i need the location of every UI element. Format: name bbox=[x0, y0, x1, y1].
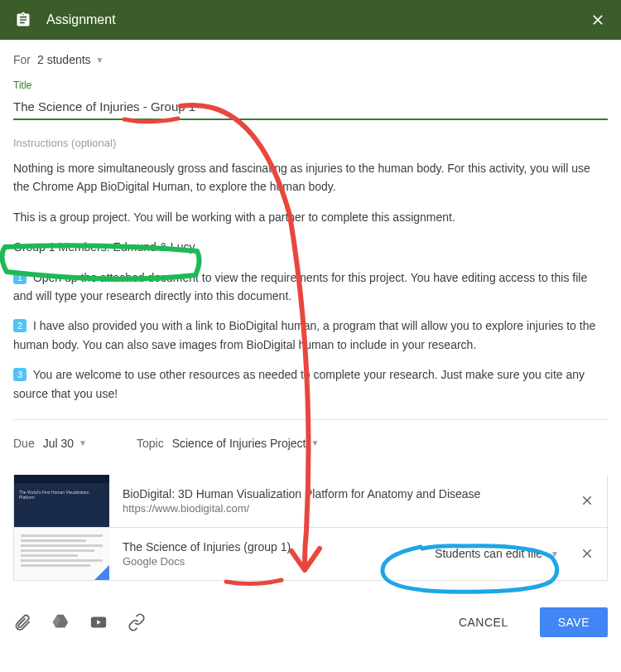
attachment-type: Google Docs bbox=[123, 555, 421, 568]
save-button[interactable]: SAVE bbox=[540, 607, 608, 637]
chevron-down-icon: ▼ bbox=[551, 549, 559, 558]
permission-value: Students can edit file bbox=[435, 547, 542, 560]
drive-icon[interactable] bbox=[51, 613, 70, 631]
svg-text:2: 2 bbox=[17, 321, 22, 331]
title-label: Title bbox=[13, 80, 608, 91]
meta-row: Due Jul 30 ▼ Topic Science of Injuries P… bbox=[13, 437, 608, 450]
instructions-p3: Group 1 Members: Edmund & Lucy bbox=[13, 238, 608, 256]
attachment-link: The World's First Human VisualizationPla… bbox=[13, 475, 608, 528]
attachment-info[interactable]: BioDigital: 3D Human Visualization Platf… bbox=[109, 487, 567, 515]
for-label: For bbox=[13, 53, 31, 66]
topic-label: Topic bbox=[137, 437, 164, 450]
due-value: Jul 30 bbox=[43, 437, 74, 450]
attachment-doc: The Science of Injuries (group 1) Google… bbox=[13, 528, 608, 581]
due-dropdown[interactable]: Jul 30 ▼ bbox=[43, 437, 87, 450]
attachment-title: BioDigital: 3D Human Visualization Platf… bbox=[123, 487, 554, 500]
assignment-icon bbox=[13, 10, 33, 30]
dialog-title: Assignment bbox=[46, 12, 588, 27]
topic-item: Topic Science of Injuries Project ▼ bbox=[137, 437, 319, 450]
instructions-step3: 3 You are welcome to use other resources… bbox=[13, 365, 608, 403]
attachment-info[interactable]: The Science of Injuries (group 1) Google… bbox=[109, 540, 435, 568]
dialog-header: Assignment bbox=[0, 0, 621, 40]
divider bbox=[13, 419, 608, 420]
chevron-down-icon: ▼ bbox=[79, 438, 87, 447]
youtube-icon[interactable] bbox=[89, 613, 108, 631]
instructions-p1: Nothing is more simultaneously gross and… bbox=[13, 159, 608, 196]
attachment-thumbnail[interactable]: The World's First Human VisualizationPla… bbox=[14, 475, 109, 527]
for-dropdown[interactable]: 2 students ▼ bbox=[37, 53, 104, 66]
close-icon[interactable] bbox=[588, 10, 608, 30]
dialog-body: For 2 students ▼ Title Instructions (opt… bbox=[0, 40, 621, 594]
attachment-title: The Science of Injuries (group 1) bbox=[123, 540, 421, 554]
attachment-thumbnail[interactable] bbox=[14, 528, 109, 580]
permission-dropdown[interactable]: Students can edit file ▼ bbox=[435, 547, 567, 560]
svg-text:3: 3 bbox=[17, 370, 22, 380]
for-row: For 2 students ▼ bbox=[13, 53, 608, 66]
link-icon[interactable] bbox=[128, 613, 146, 631]
due-label: Due bbox=[13, 437, 35, 450]
instructions-label: Instructions (optional) bbox=[13, 137, 608, 149]
dialog-footer: CANCEL SAVE bbox=[0, 594, 621, 650]
attach-file-icon[interactable] bbox=[13, 613, 31, 631]
attach-toolbar bbox=[13, 613, 146, 631]
topic-value: Science of Injuries Project bbox=[172, 437, 306, 450]
remove-attachment-button[interactable] bbox=[567, 493, 607, 508]
for-value: 2 students bbox=[37, 53, 91, 66]
topic-dropdown[interactable]: Science of Injuries Project ▼ bbox=[172, 437, 320, 450]
instructions-body[interactable]: Nothing is more simultaneously gross and… bbox=[13, 159, 608, 403]
title-input[interactable] bbox=[13, 96, 608, 120]
due-item: Due Jul 30 ▼ bbox=[13, 437, 87, 450]
attachment-url: https://www.biodigital.com/ bbox=[123, 502, 554, 515]
instructions-step1: 1 Open up the attached document to view … bbox=[13, 268, 608, 306]
chevron-down-icon: ▼ bbox=[96, 56, 104, 65]
cancel-button[interactable]: CANCEL bbox=[447, 607, 520, 637]
instructions-p2: This is a group project. You will be wor… bbox=[13, 208, 608, 226]
svg-text:1: 1 bbox=[17, 273, 22, 283]
chevron-down-icon: ▼ bbox=[311, 438, 320, 447]
instructions-step2: 2 I have also provided you with a link t… bbox=[13, 317, 608, 354]
remove-attachment-button[interactable] bbox=[567, 546, 607, 561]
